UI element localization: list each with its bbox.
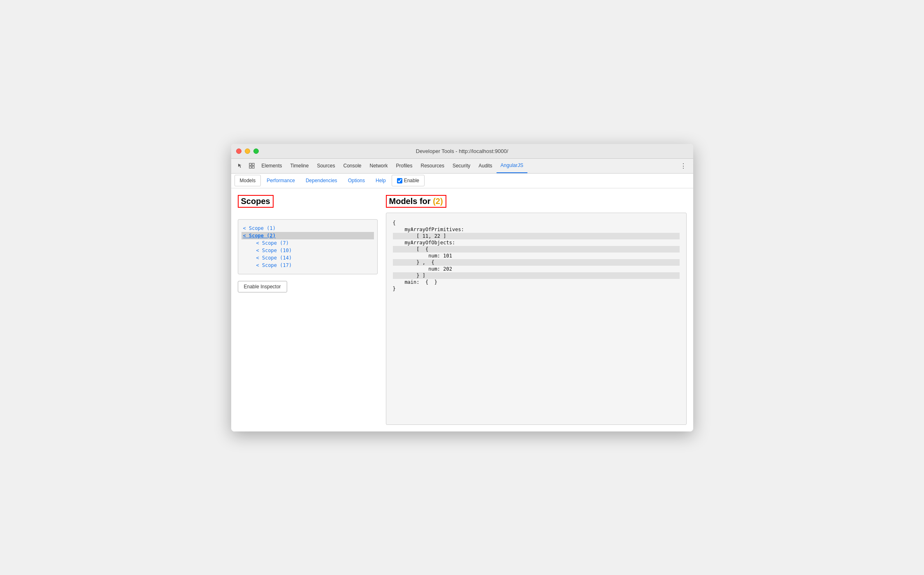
minimize-button[interactable] — [245, 148, 250, 154]
scope-item-14[interactable]: < Scope (14) — [243, 254, 372, 262]
scope-item-2[interactable]: < Scope (2) — [241, 232, 374, 239]
nav-item-console[interactable]: Console — [339, 158, 365, 173]
models-line-9: main: { } — [393, 279, 680, 285]
tab-dependencies[interactable]: Dependencies — [301, 175, 342, 186]
svg-rect-3 — [252, 166, 254, 168]
models-header: Models for (2) — [386, 195, 687, 213]
models-line-8: } ] — [393, 272, 680, 279]
models-line-4: [ { — [393, 246, 680, 253]
nav-item-sources[interactable]: Sources — [313, 158, 339, 173]
models-title-text: Models for — [389, 197, 431, 206]
main-content: Scopes < Scope (1) < Scope (2) < Scope (… — [231, 188, 693, 431]
models-title: Models for (2) — [386, 195, 446, 208]
models-line-0: { — [393, 220, 680, 226]
nav-item-elements[interactable]: Elements — [258, 158, 286, 173]
cursor-icon[interactable] — [234, 160, 246, 172]
scope-item-10[interactable]: < Scope (10) — [243, 247, 372, 254]
tab-models[interactable]: Models — [234, 175, 261, 186]
models-line-3: myArrayOfObjects: — [393, 239, 680, 246]
models-line-10: } — [393, 285, 680, 292]
svg-rect-1 — [252, 163, 254, 165]
titlebar: Developer Tools - http://localhost:9000/ — [231, 144, 693, 159]
enable-checkbox-container[interactable]: Enable — [392, 175, 425, 186]
tab-options[interactable]: Options — [343, 175, 370, 186]
scope-item-17[interactable]: < Scope (17) — [243, 262, 372, 269]
models-line-6: } , { — [393, 259, 680, 266]
tab-performance[interactable]: Performance — [262, 175, 300, 186]
maximize-button[interactable] — [253, 148, 259, 154]
window-title: Developer Tools - http://localhost:9000/ — [416, 148, 508, 154]
models-scope-id: (2) — [433, 197, 443, 206]
scope-item-1[interactable]: < Scope (1) — [243, 225, 372, 232]
tab-help[interactable]: Help — [371, 175, 391, 186]
nav-item-angularjs[interactable]: AngularJS — [497, 158, 527, 173]
scopes-title: Scopes — [238, 195, 274, 208]
enable-label: Enable — [404, 178, 419, 183]
models-line-1: myArrayOfPrimitives: — [393, 226, 680, 233]
left-panel: Scopes < Scope (1) < Scope (2) < Scope (… — [238, 195, 378, 425]
more-options-icon[interactable]: ⋮ — [677, 162, 690, 170]
svg-rect-0 — [249, 163, 251, 165]
inspect-icon[interactable] — [246, 160, 258, 172]
nav-item-network[interactable]: Network — [366, 158, 392, 173]
nav-item-resources[interactable]: Resources — [417, 158, 448, 173]
scope-item-7[interactable]: < Scope (7) — [243, 239, 372, 247]
enable-checkbox[interactable] — [397, 178, 402, 183]
tab-bar: Models Performance Dependencies Options … — [231, 174, 693, 188]
nav-item-timeline[interactable]: Timeline — [286, 158, 313, 173]
scopes-box: < Scope (1) < Scope (2) < Scope (7) < Sc… — [238, 219, 378, 274]
scopes-header: Scopes — [238, 195, 378, 213]
nav-item-security[interactable]: Security — [448, 158, 474, 173]
traffic-lights — [236, 148, 259, 154]
models-line-5: num: 101 — [393, 253, 680, 259]
svg-rect-2 — [249, 166, 251, 168]
devtools-nav: Elements Timeline Sources Console Networ… — [231, 159, 693, 174]
models-line-2: [ 11, 22 ] — [393, 233, 680, 239]
nav-items: Elements Timeline Sources Console Networ… — [258, 158, 527, 173]
models-line-7: num: 202 — [393, 266, 680, 272]
models-box: { myArrayOfPrimitives: [ 11, 22 ] myArra… — [386, 213, 687, 425]
enable-inspector-button[interactable]: Enable Inspector — [238, 281, 287, 292]
close-button[interactable] — [236, 148, 241, 154]
nav-item-audits[interactable]: Audits — [474, 158, 496, 173]
right-panel: Models for (2) { myArrayOfPrimitives: [ … — [386, 195, 687, 425]
browser-window: Developer Tools - http://localhost:9000/… — [231, 144, 693, 431]
nav-item-profiles[interactable]: Profiles — [392, 158, 417, 173]
